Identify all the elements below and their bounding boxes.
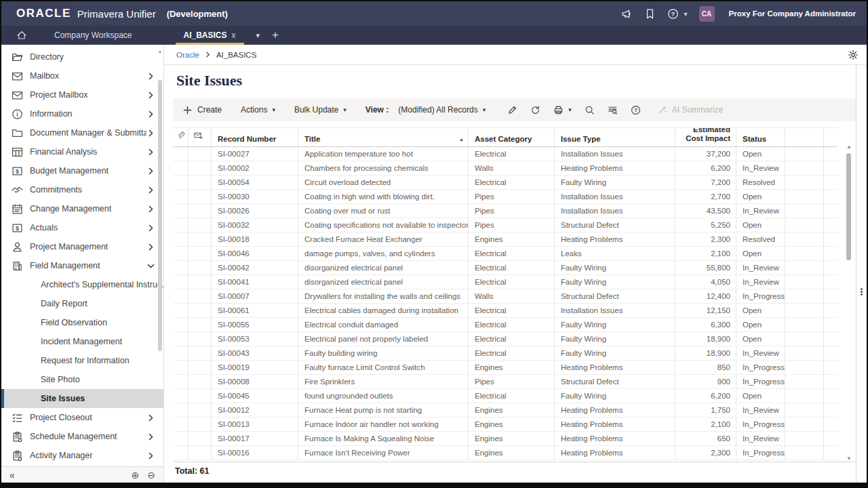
sidebar-item-site-issues[interactable]: Site Issues: [1, 389, 163, 408]
sidebar-item-change-management[interactable]: Change Management: [1, 199, 163, 218]
sidebar-item-project-closeout[interactable]: Project Closeout: [1, 408, 163, 427]
collapse-sidebar-icon[interactable]: «: [9, 470, 15, 481]
settings-gear-icon[interactable]: [848, 49, 859, 60]
table-row[interactable]: SI-00032 Coating specifications not avai…: [173, 218, 838, 232]
chevron-right-icon[interactable]: [146, 224, 155, 232]
sidebar-item-daily-report[interactable]: Daily Report: [1, 294, 163, 313]
search-icon[interactable]: [585, 105, 595, 115]
chevron-right-icon[interactable]: [146, 129, 155, 138]
create-button[interactable]: Create: [182, 105, 222, 115]
chevron-right-icon[interactable]: [146, 186, 155, 195]
scroll-up-icon[interactable]: ▲: [157, 49, 163, 54]
sidebar-item-site-photo[interactable]: Site Photo: [1, 370, 163, 389]
table-row[interactable]: SI-00041 disorganized electrical panel E…: [173, 275, 838, 289]
sidebar-item-document-manager-submittals[interactable]: Document Manager & Submittals: [1, 123, 163, 142]
chevron-right-icon[interactable]: [146, 205, 155, 214]
sidebar-item-field-observation[interactable]: Field Observation: [1, 313, 163, 332]
view-dropdown[interactable]: (Modified) All Records ▾: [398, 105, 486, 115]
table-row[interactable]: SI-00008 Fire Sprinklers Pipes Structura…: [173, 375, 838, 389]
table-row[interactable]: SI-00017 Furnace Is Making A Squealing N…: [173, 432, 838, 446]
table-row[interactable]: SI-00061 Electrical cables damaged durin…: [173, 304, 838, 318]
column-header-asset-category[interactable]: Asset Category: [469, 128, 555, 146]
column-header-estimated-cost-impact[interactable]: Estimated Cost Impact: [675, 128, 736, 146]
table-row[interactable]: SI-00030 Coating in high wind with blowi…: [173, 190, 838, 204]
column-header-status[interactable]: Status: [736, 128, 785, 146]
bulk-update-dropdown[interactable]: Bulk Update ▾: [294, 105, 347, 115]
cell-title: Coating over mud or rust: [298, 204, 469, 218]
table-row[interactable]: SI-00013 Furnace Indoor air handler not …: [173, 418, 838, 432]
chevron-right-icon[interactable]: [146, 167, 155, 176]
tab-list-chevron-icon[interactable]: ▾: [256, 31, 260, 40]
table-row[interactable]: SI-00027 Application temperature too hot…: [173, 147, 838, 161]
table-row[interactable]: SI-00045 found ungrounded outlets Electr…: [173, 389, 838, 403]
sidebar-item-budget-management[interactable]: $ Budget Management: [1, 161, 163, 180]
cell-record-number: SI-00027: [212, 147, 298, 161]
tab-company-workspace[interactable]: Company Workspace: [46, 26, 140, 45]
sidebar-item-financial-analysis[interactable]: Financial Analysis: [1, 142, 163, 161]
table-row[interactable]: SI-00054 Circuit overload detected Elect…: [173, 176, 838, 190]
table-row[interactable]: SI-00018 Cracked Furnace Heat Exchanger …: [173, 232, 838, 247]
table-row[interactable]: SI-00002 Chambers for processing chemica…: [173, 161, 838, 176]
table-row[interactable]: SI-00053 Electrical panel not properly l…: [173, 332, 838, 346]
sidebar-item-incident-management[interactable]: Incident Management: [1, 332, 163, 351]
print-dropdown[interactable]: ▾: [553, 105, 572, 115]
table-row[interactable]: SI-00043 Faulty building wiring Electric…: [173, 346, 838, 361]
zoom-out-icon[interactable]: ⊖: [147, 470, 155, 481]
table-row[interactable]: SI-00012 Furnace Heat pump is not starti…: [173, 403, 838, 418]
actions-dropdown[interactable]: Actions ▾: [241, 105, 275, 115]
bookmark-icon[interactable]: [644, 8, 656, 20]
table-row[interactable]: SI-00055 Electrical conduit damaged Elec…: [173, 318, 838, 332]
chevron-right-icon[interactable]: [146, 243, 155, 251]
sidebar-item-architect-s-supplemental-instruc[interactable]: Architect's Supplemental Instruc...: [1, 275, 163, 294]
sidebar-item-field-management[interactable]: Field Management: [1, 256, 163, 275]
help-icon[interactable]: ?: [631, 105, 641, 115]
add-tab-icon[interactable]: +: [272, 28, 279, 42]
chevron-right-icon[interactable]: [146, 432, 155, 441]
column-header-record-number[interactable]: Record Number: [212, 128, 298, 146]
edit-pencil-icon[interactable]: [507, 105, 517, 115]
column-header-title[interactable]: Title ▲: [298, 128, 469, 146]
breadcrumb-root-link[interactable]: Oracle: [176, 51, 199, 59]
ai-summarize-button[interactable]: AI Summarize: [657, 105, 723, 115]
chevron-right-icon[interactable]: [146, 72, 155, 81]
sidebar-item-actuals[interactable]: $ Actuals: [1, 218, 163, 237]
tab-ai-basics[interactable]: AI_BASICS x: [176, 26, 244, 45]
column-header-issue-type[interactable]: Issue Type: [555, 128, 675, 146]
sidebar-item-directory[interactable]: Directory: [1, 47, 163, 66]
chevron-right-icon[interactable]: [146, 413, 155, 422]
sidebar-item-commitments[interactable]: Commitments: [1, 180, 163, 199]
table-row[interactable]: SI-00042 disorganized electrical panel E…: [173, 261, 838, 275]
find-in-list-icon[interactable]: [608, 105, 618, 115]
table-row[interactable]: SI-00019 Faulty furnace Limit Control Sw…: [173, 361, 838, 375]
chevron-down-icon[interactable]: [146, 262, 155, 270]
help-icon[interactable]: ?: [667, 8, 679, 20]
chevron-right-icon[interactable]: [146, 110, 155, 119]
sidebar-item-information[interactable]: Information: [1, 104, 163, 123]
sidebar-item-project-management[interactable]: Project Management: [1, 237, 163, 256]
announcement-icon[interactable]: [621, 8, 633, 20]
sidebar-scrollbar-thumb[interactable]: [158, 80, 162, 351]
sidebar-item-request-for-information[interactable]: Request for Information: [1, 351, 163, 370]
chevron-right-icon[interactable]: [146, 91, 155, 100]
sidebar-item-project-mailbox[interactable]: Project Mailbox: [1, 85, 163, 104]
table-row[interactable]: SI-00026 Coating over mud or rust Pipes …: [173, 204, 838, 218]
chevron-right-icon[interactable]: [146, 148, 155, 157]
refresh-icon[interactable]: [530, 105, 540, 115]
caret-down-icon[interactable]: ▾: [684, 10, 688, 18]
sidebar-item-activity-manager[interactable]: Activity Manager: [1, 446, 163, 465]
sidebar-item-mailbox[interactable]: Mailbox: [1, 66, 163, 85]
table-row[interactable]: SI-00046 damage pumps, valves, and cylin…: [173, 247, 838, 261]
table-row[interactable]: SI-00007 Drywallers for installing the w…: [173, 289, 838, 304]
zoom-in-icon[interactable]: ⊕: [132, 470, 140, 481]
sidebar-item-schedule-management[interactable]: Schedule Management: [1, 427, 163, 446]
grid-scrollbar-thumb[interactable]: [846, 153, 851, 260]
scroll-down-icon[interactable]: ▼: [845, 455, 853, 462]
home-icon[interactable]: [16, 30, 27, 41]
chevron-right-icon[interactable]: [146, 451, 155, 460]
sidebar-scrollbar[interactable]: ▲: [157, 49, 163, 462]
scroll-up-icon[interactable]: ▲: [845, 144, 853, 150]
panel-handle-icon[interactable]: •••: [856, 287, 867, 296]
table-row[interactable]: SI-00016 Furnace Isn't Receiving Power E…: [173, 446, 838, 460]
close-tab-icon[interactable]: x: [232, 30, 236, 40]
avatar[interactable]: CA: [699, 6, 715, 22]
